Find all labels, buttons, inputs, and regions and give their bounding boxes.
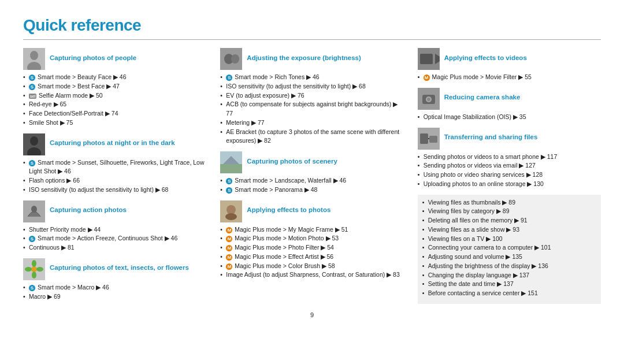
list-item: Viewing files as thumbnails ▶ 89: [422, 198, 596, 207]
list-item: Using photo or video sharing services ▶ …: [418, 170, 601, 180]
img-exposure: [220, 48, 242, 70]
section-title-exposure: Adjusting the exposure (brightness): [247, 54, 361, 62]
section-header-transfer: Transferring and sharing files: [418, 128, 601, 150]
list-exposure: S Smart mode > Rich Tones ▶ 46 ISO sensi…: [220, 73, 403, 146]
main-grid: Capturing photos of people S Smart mode …: [23, 48, 601, 307]
img-scenery: [220, 151, 242, 173]
section-title-effects-videos: Applying effects to videos: [444, 54, 527, 62]
svg-point-21: [226, 205, 236, 214]
list-item: AE Bracket (to capture 3 photos of the s…: [220, 128, 403, 146]
section-capturing-action: Capturing action photos Shutter Priority…: [23, 200, 206, 252]
list-item: EV (to adjust exposure) ▶ 76: [220, 91, 403, 101]
list-item: Sending photos or videos to a smart phon…: [418, 153, 601, 162]
section-header-scenery: Capturing photos of scenery: [220, 151, 403, 173]
list-item: M Magic Plus mode > Color Brush ▶ 58: [220, 262, 403, 271]
section-title-camera-shake: Reducing camera shake: [444, 93, 521, 102]
list-item: ISO sensitivity (to adjust the sensitivi…: [23, 185, 206, 195]
section-header-night: Capturing photos at night or in the dark: [23, 133, 206, 155]
list-item: Adjusting the brightness of the display …: [422, 262, 596, 271]
svg-rect-32: [429, 136, 437, 143]
section-capturing-people: Capturing photos of people S Smart mode …: [23, 48, 206, 128]
svg-rect-18: [220, 164, 242, 173]
list-item: S Smart mode > Panorama ▶ 48: [220, 185, 403, 195]
list-item: Deleting all files on the memory ▶ 91: [422, 216, 596, 225]
svg-rect-24: [420, 54, 433, 64]
column-mid: Adjusting the exposure (brightness) S Sm…: [220, 48, 403, 307]
section-capturing-scenery: Capturing photos of scenery S Smart mode…: [220, 151, 403, 195]
list-item: Shutter Priority mode ▶ 44: [23, 225, 206, 235]
shaded-reference-box: Viewing files as thumbnails ▶ 89 Viewing…: [418, 195, 601, 304]
list-item: S Smart mode > Rich Tones ▶ 46: [220, 73, 403, 82]
section-applying-effects-videos: Applying effects to videos M Magic Plus …: [418, 48, 601, 82]
list-item: Uploading photos to an online storage ▶ …: [418, 180, 601, 189]
img-transfer: [418, 128, 440, 150]
list-item: M Magic Plus mode > My Magic Frame ▶ 51: [220, 225, 403, 235]
list-item: Optical Image Stabilization (OIS) ▶ 35: [418, 113, 601, 122]
section-header-people: Capturing photos of people: [23, 48, 206, 70]
list-flowers: S Smart mode > Macro ▶ 46 Macro ▶ 69: [23, 283, 206, 302]
section-header-effects-photos: Applying effects to photos: [220, 200, 403, 222]
svg-point-11: [32, 272, 36, 278]
list-item: Face Detection/Self-Portrait ▶ 74: [23, 109, 206, 118]
svg-point-1: [30, 51, 38, 60]
list-item: Smile Shot ▶ 75: [23, 118, 206, 128]
list-transfer: Sending photos or videos to a smart phon…: [418, 153, 601, 189]
svg-point-10: [32, 260, 36, 267]
section-reducing-camera-shake: Reducing camera shake Optical Image Stab…: [418, 88, 601, 122]
list-item: ACB (to compensate for subjects against …: [220, 100, 403, 118]
svg-rect-31: [420, 133, 428, 144]
section-capturing-flowers: Capturing photos of text, insects, or fl…: [23, 258, 206, 302]
list-item: Connecting your camera to a computer ▶ 1…: [422, 243, 596, 252]
list-item: M Magic Plus mode > Motion Photo ▶ 53: [220, 234, 403, 243]
section-adjusting-exposure: Adjusting the exposure (brightness) S Sm…: [220, 48, 403, 146]
svg-point-16: [231, 54, 239, 64]
list-item: sel Selfie Alarm mode ▶ 50: [23, 91, 206, 101]
list-shaded: Viewing files as thumbnails ▶ 89 Viewing…: [422, 198, 596, 298]
svg-point-22: [225, 213, 237, 220]
list-item: Sending photos or videos via email ▶ 127: [418, 161, 601, 170]
section-title-people: Capturing photos of people: [50, 54, 136, 62]
list-action: Shutter Priority mode ▶ 44 S Smart mode …: [23, 225, 206, 252]
list-item: M Magic Plus mode > Photo Filter ▶ 54: [220, 243, 403, 252]
list-item: Changing the display language ▶ 137: [422, 271, 596, 280]
list-item: Continuous ▶ 81: [23, 243, 206, 252]
title-divider: [23, 39, 601, 40]
list-item: S Smart mode > Action Freeze, Continuous…: [23, 234, 206, 243]
svg-point-7: [31, 206, 37, 213]
list-effects-photos: M Magic Plus mode > My Magic Frame ▶ 51 …: [220, 225, 403, 280]
section-header-camera-shake: Reducing camera shake: [418, 88, 601, 110]
img-effects-photos: [220, 200, 242, 222]
column-right: Applying effects to videos M Magic Plus …: [418, 48, 601, 307]
svg-point-4: [30, 136, 38, 146]
list-item: Flash options ▶ 66: [23, 176, 206, 185]
list-item: Metering ▶ 77: [220, 118, 403, 128]
svg-point-13: [36, 267, 43, 272]
section-title-transfer: Transferring and sharing files: [444, 133, 538, 142]
section-title-scenery: Capturing photos of scenery: [247, 157, 337, 166]
list-item: Viewing files on a TV ▶ 100: [422, 235, 596, 244]
list-item: Before contacting a service center ▶ 151: [422, 289, 596, 298]
list-people: S Smart mode > Beauty Face ▶ 46 S Smart …: [23, 73, 206, 128]
svg-point-9: [31, 266, 37, 272]
section-header-action: Capturing action photos: [23, 200, 206, 222]
section-header-effects-videos: Applying effects to videos: [418, 48, 601, 70]
list-item: Viewing files as a slide show ▶ 93: [422, 225, 596, 235]
img-night: [23, 133, 45, 155]
img-people: [23, 48, 45, 70]
list-item: S Smart mode > Macro ▶ 46: [23, 283, 206, 292]
list-item: M Magic Plus mode > Effect Artist ▶ 56: [220, 252, 403, 262]
img-action: [23, 200, 45, 222]
list-item: S Smart mode > Landscape, Waterfall ▶ 46: [220, 176, 403, 185]
column-left: Capturing photos of people S Smart mode …: [23, 48, 206, 307]
list-effects-videos: M Magic Plus mode > Movie Filter ▶ 55: [418, 73, 601, 82]
list-item: Adjusting sound and volume ▶ 135: [422, 252, 596, 262]
page-number: 9: [23, 311, 601, 318]
section-capturing-night: Capturing photos at night or in the dark…: [23, 133, 206, 195]
section-header-flowers: Capturing photos of text, insects, or fl…: [23, 258, 206, 280]
list-item: M Magic Plus mode > Movie Filter ▶ 55: [418, 73, 601, 82]
list-item: Red-eye ▶ 65: [23, 100, 206, 109]
section-header-exposure: Adjusting the exposure (brightness): [220, 48, 403, 70]
svg-point-12: [25, 267, 32, 272]
page-title: Quick reference: [23, 16, 601, 35]
section-transferring-sharing: Transferring and sharing files Sending p…: [418, 128, 601, 189]
